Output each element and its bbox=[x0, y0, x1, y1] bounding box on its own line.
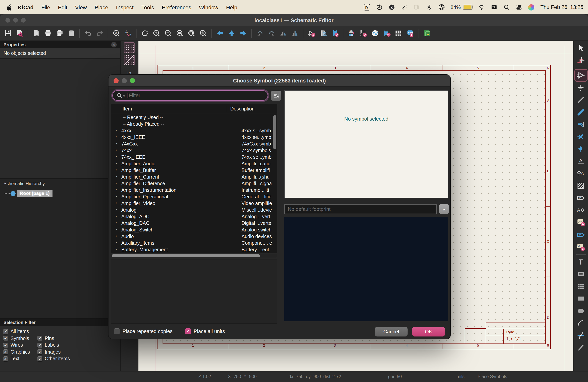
expand-chevron-icon[interactable]: › bbox=[116, 141, 117, 146]
chatgpt-icon[interactable] bbox=[376, 4, 382, 11]
menu-edit[interactable]: Edit bbox=[54, 4, 71, 10]
menu-tools[interactable]: Tools bbox=[137, 4, 158, 10]
tool-highlight-net-button[interactable] bbox=[575, 55, 587, 66]
expand-chevron-icon[interactable]: › bbox=[116, 200, 117, 205]
symbol-list-row[interactable]: ›4xxx4xxx s...symb bbox=[111, 127, 277, 134]
tool-junction-button[interactable] bbox=[575, 143, 587, 154]
symbol-list-row[interactable]: ›Auxiliary_ItemsCompone..., e bbox=[111, 240, 277, 246]
checkbox-checked-icon[interactable]: ✓ bbox=[37, 356, 42, 361]
export-bom-button[interactable]: .bom bbox=[404, 28, 415, 39]
plot-button[interactable] bbox=[54, 28, 65, 39]
tool-import-sheet-pin-button[interactable]: A◇ bbox=[575, 241, 587, 253]
symbol-list-row[interactable]: ›Amplifier_OperationalGeneral ...lifie bbox=[111, 193, 277, 200]
menu-clock[interactable]: Thu Feb 26 13:25 bbox=[540, 4, 583, 10]
tool-draw-bus-button[interactable] bbox=[575, 106, 587, 118]
symbol-list-row[interactable]: ›74xx74xx symbols bbox=[111, 147, 277, 154]
list-options-button[interactable] bbox=[271, 91, 281, 101]
checkbox-checked-icon[interactable]: ✓ bbox=[3, 336, 8, 341]
filter-input[interactable]: ▼ Filter bbox=[112, 90, 268, 101]
filter-symbols-checkbox[interactable]: ✓Symbols bbox=[3, 336, 37, 341]
print-button[interactable] bbox=[42, 28, 53, 39]
minimize-window-icon[interactable] bbox=[13, 18, 18, 22]
checkbox-icon[interactable] bbox=[114, 328, 120, 334]
tool-select-button[interactable] bbox=[575, 42, 587, 54]
footprint-dropdown-button[interactable]: ⌄ bbox=[439, 204, 449, 214]
symbol-list-row[interactable]: ›Battery_ManagementBattery ...ent bbox=[111, 246, 277, 253]
find-replace-button[interactable]: AB bbox=[123, 28, 133, 39]
checkbox-checked-icon[interactable]: ✓ bbox=[37, 342, 42, 348]
expand-chevron-icon[interactable]: › bbox=[116, 240, 117, 245]
window-title-bar[interactable]: localclass1 — Schematic Editor bbox=[0, 14, 588, 26]
tool-net-label-button[interactable]: A bbox=[575, 155, 587, 167]
grid-visibility-icon[interactable] bbox=[124, 42, 135, 53]
open-pcb-button[interactable] bbox=[421, 28, 432, 39]
expand-chevron-icon[interactable]: › bbox=[116, 187, 117, 192]
window-icon[interactable] bbox=[413, 4, 420, 11]
battery-indicator[interactable]: 84% bbox=[451, 4, 472, 10]
symbol-fields-table-button[interactable] bbox=[393, 28, 404, 39]
symbol-list-row[interactable]: ›Analog_ADCAnalog ...vert bbox=[111, 213, 277, 220]
tool-new-sheet-button[interactable] bbox=[575, 217, 587, 228]
schematic-setup-button[interactable] bbox=[14, 28, 25, 39]
filter-wires-checkbox[interactable]: ✓Wires bbox=[3, 342, 37, 348]
zoom-in-button[interactable] bbox=[151, 28, 162, 39]
symbol-list-row[interactable]: ›74xGxx74xGxx symb bbox=[111, 140, 277, 147]
filter-pins-checkbox[interactable]: ✓Pins bbox=[37, 336, 54, 341]
menu-preferences[interactable]: Preferences bbox=[158, 4, 195, 10]
tool-draw-wire-button[interactable] bbox=[575, 94, 587, 106]
symbol-list-row[interactable]: ›Amplifier_CurrentAmplifi...(shu bbox=[111, 173, 277, 180]
tool-arc-button[interactable] bbox=[575, 318, 587, 329]
filter-other-items-checkbox[interactable]: ✓Other items bbox=[37, 356, 70, 361]
bluetooth-icon[interactable] bbox=[426, 4, 432, 11]
close-properties-icon[interactable]: ✕ bbox=[111, 42, 117, 47]
menu-file[interactable]: File bbox=[38, 4, 54, 10]
page-settings-button[interactable] bbox=[31, 28, 42, 39]
siri-icon[interactable] bbox=[528, 4, 535, 11]
run-erc-button[interactable] bbox=[358, 28, 369, 39]
expand-chevron-icon[interactable]: › bbox=[116, 194, 117, 198]
checkbox-checked-icon[interactable]: ✓ bbox=[3, 349, 8, 354]
dialog-traffic-lights[interactable] bbox=[114, 78, 135, 83]
nav-up-button[interactable] bbox=[226, 28, 237, 39]
save-button[interactable] bbox=[2, 28, 13, 39]
symbol-list-row[interactable]: ›4xxx_IEEE4xxx se...ymb bbox=[111, 134, 277, 140]
tool-table-button[interactable] bbox=[575, 281, 587, 292]
filter-graphics-checkbox[interactable]: ✓Graphics bbox=[3, 349, 37, 355]
rotate-cw-button[interactable] bbox=[266, 28, 277, 39]
filter-all-items-checkbox[interactable]: ✓All items bbox=[3, 329, 29, 334]
menu-inspect[interactable]: Inspect bbox=[112, 4, 137, 10]
expand-chevron-icon[interactable]: › bbox=[116, 161, 117, 165]
dialog-close-icon[interactable] bbox=[114, 78, 119, 83]
expand-chevron-icon[interactable]: › bbox=[116, 220, 117, 225]
tool-global-label-button[interactable]: A bbox=[575, 192, 587, 203]
symbol-list-row[interactable]: ›Amplifier_DifferenceAmplifi...signa bbox=[111, 180, 277, 187]
dialog-zoom-icon[interactable] bbox=[130, 78, 135, 83]
dots-icon[interactable] bbox=[401, 4, 407, 11]
symbol-list-row[interactable]: -- Recently Used -- bbox=[111, 114, 277, 121]
expand-chevron-icon[interactable]: › bbox=[116, 233, 117, 238]
rotate-ccw-button[interactable] bbox=[254, 28, 265, 39]
checkbox-checked-icon[interactable]: ✓ bbox=[185, 328, 191, 334]
tool-hierarchical-label-button[interactable]: A bbox=[575, 229, 587, 240]
shazam-icon[interactable] bbox=[388, 4, 395, 11]
close-window-icon[interactable] bbox=[5, 18, 10, 22]
symbol-list-row[interactable]: -- Already Placed -- bbox=[111, 121, 277, 127]
hierarchy-root-label[interactable]: Root (page 1) bbox=[17, 190, 52, 197]
tool-circle-button[interactable] bbox=[575, 305, 587, 317]
tool-place-power-port-button[interactable] bbox=[575, 82, 587, 93]
edit-footprint-button[interactable] bbox=[329, 28, 340, 39]
grid-override-icon[interactable] bbox=[124, 55, 135, 65]
tool-rule-area-button[interactable] bbox=[575, 180, 587, 191]
place-repeated-copies-checkbox[interactable]: Place repeated copies bbox=[114, 328, 172, 334]
assign-footprints-button[interactable] bbox=[381, 28, 392, 39]
symbol-list-row[interactable]: ›Amplifier_BufferBuffer amplifi bbox=[111, 167, 277, 173]
checkbox-checked-icon[interactable]: ✓ bbox=[3, 329, 8, 334]
paste-button[interactable] bbox=[66, 28, 77, 39]
filter-labels-checkbox[interactable]: ✓Labels bbox=[37, 342, 59, 348]
find-button[interactable]: A bbox=[111, 28, 122, 39]
symbol-list[interactable]: Item Description -- Recently Used ---- A… bbox=[111, 104, 277, 253]
expand-chevron-icon[interactable]: › bbox=[116, 247, 117, 251]
dialog-minimize-icon[interactable] bbox=[122, 78, 127, 83]
menu-help[interactable]: Help bbox=[222, 4, 241, 10]
airdrop-icon[interactable] bbox=[438, 4, 445, 11]
